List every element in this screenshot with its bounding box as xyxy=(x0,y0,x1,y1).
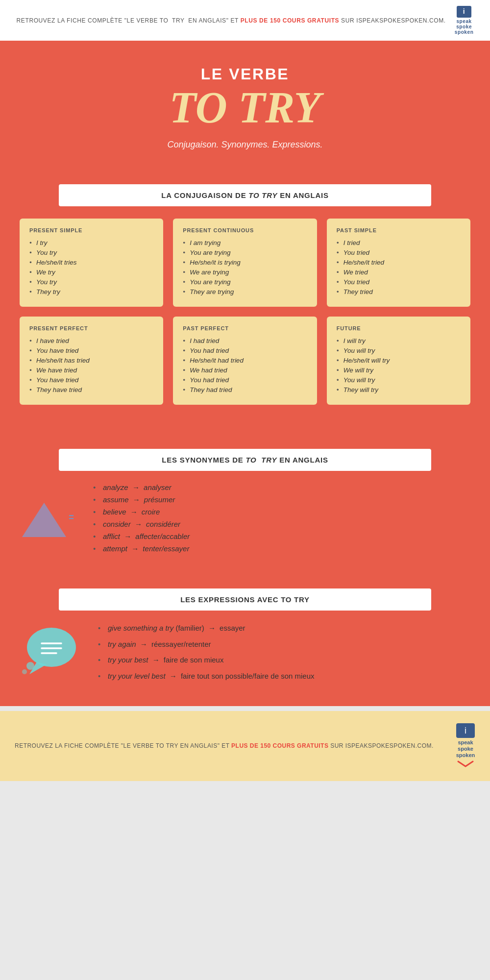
synonyms-section: LES SYNONYMES DE TO TRY EN ANGLAIS = ana… xyxy=(0,434,490,576)
list-item: You had tried xyxy=(183,347,307,354)
hero-le-verbe: LE VERBE xyxy=(20,65,470,83)
present-perfect-list: I have tried You have tried He/she/it ha… xyxy=(29,337,153,393)
svg-point-9 xyxy=(22,669,27,674)
tense-present-simple: PRESENT SIMPLE xyxy=(29,227,153,233)
list-item: He/she/it tried xyxy=(337,259,461,266)
bottom-banner-text: RETROUVEZ LA FICHE COMPLÈTE "LE VERBE TO… xyxy=(15,741,446,751)
tense-future: FUTURE xyxy=(337,325,461,331)
list-item: You tried xyxy=(337,249,461,256)
logo-bottom-text: speakspokespoken xyxy=(456,739,475,759)
top-banner-highlight: PLUS DE 150 COURS GRATUITS xyxy=(241,17,339,24)
list-item: We try xyxy=(29,269,153,276)
list-item: They try xyxy=(29,288,153,295)
list-item: You are trying xyxy=(183,249,307,256)
svg-point-8 xyxy=(26,662,34,670)
logo-icon-top: i xyxy=(457,6,471,18)
past-perfect-list: I had tried You had tried He/she/it had … xyxy=(183,337,307,393)
conjugation-section: LA CONJUGAISON DE TO TRY EN ANGLAIS PRES… xyxy=(0,170,490,424)
top-banner: RETROUVEZ LA FICHE COMPLÈTE "LE VERBE TO… xyxy=(0,0,490,41)
expressions-header: LES EXPRESSIONS AVEC TO TRY xyxy=(59,588,431,611)
synonym-item: consider → considérer xyxy=(93,520,190,528)
list-item: We tried xyxy=(337,269,461,276)
synonym-item: analyze → analyser xyxy=(93,483,190,491)
logo-chevron xyxy=(456,759,475,769)
expression-item: try your level best → faire tout son pos… xyxy=(98,671,470,682)
list-item: He/she/it will try xyxy=(337,357,461,364)
conj-box-present-perfect: PRESENT PERFECT I have tried You have tr… xyxy=(20,317,163,405)
logo-bottom-icon: i xyxy=(456,723,475,738)
present-continuous-list: I am trying You are trying He/she/it is … xyxy=(183,239,307,295)
hero-to-try: TO TRY xyxy=(20,86,470,130)
synonym-item: believe → croire xyxy=(93,508,190,516)
conj-box-present-continuous: PRESENT CONTINUOUS I am trying You are t… xyxy=(173,219,317,307)
expressions-content: give something a try (familier) → essaye… xyxy=(20,623,470,686)
list-item: You tried xyxy=(337,278,461,286)
list-item: He/she/it had tried xyxy=(183,357,307,364)
conj-box-present-simple: PRESENT SIMPLE I try You try He/she/it t… xyxy=(20,219,163,307)
conj-box-past-perfect: PAST PERFECT I had tried You had tried H… xyxy=(173,317,317,405)
list-item: He/she/it is trying xyxy=(183,259,307,266)
list-item: You will try xyxy=(337,376,461,384)
list-item: I tried xyxy=(337,239,461,246)
list-item: I had tried xyxy=(183,337,307,344)
future-list: I will try You will try He/she/it will t… xyxy=(337,337,461,393)
tense-present-continuous: PRESENT CONTINUOUS xyxy=(183,227,307,233)
tense-past-perfect: PAST PERFECT xyxy=(183,325,307,331)
hero-subtitle: Conjugaison. Synonymes. Expressions. xyxy=(20,140,470,150)
list-item: You have tried xyxy=(29,376,153,384)
synonym-item: assume → présumer xyxy=(93,495,190,504)
spacer1 xyxy=(0,424,490,434)
speech-bubble-icon xyxy=(20,623,78,677)
list-item: You try xyxy=(29,278,153,286)
svg-text:=: = xyxy=(69,511,74,523)
list-item: You try xyxy=(29,249,153,256)
bottom-banner: RETROUVEZ LA FICHE COMPLÈTE "LE VERBE TO… xyxy=(0,711,490,781)
synonym-item: afflict → affecter/accabler xyxy=(93,532,190,540)
list-item: We have tried xyxy=(29,367,153,374)
synonyms-header: LES SYNONYMES DE TO TRY EN ANGLAIS xyxy=(59,449,431,471)
list-item: I try xyxy=(29,239,153,246)
list-item: You had tried xyxy=(183,376,307,384)
tense-present-perfect: PRESENT PERFECT xyxy=(29,325,153,331)
list-item: He/she/it has tried xyxy=(29,357,153,364)
synonym-item: attempt → tenter/essayer xyxy=(93,544,190,553)
list-item: You have tried xyxy=(29,347,153,354)
conjugation-header: LA CONJUGAISON DE TO TRY EN ANGLAIS xyxy=(59,184,431,206)
list-item: They tried xyxy=(337,288,461,295)
synonyms-icon: = xyxy=(20,500,74,539)
list-item: They will try xyxy=(337,386,461,393)
list-item: You are trying xyxy=(183,278,307,286)
triangles-icon: = xyxy=(20,500,74,539)
list-item: We are trying xyxy=(183,269,307,276)
expression-item: give something a try (familier) → essaye… xyxy=(98,623,470,634)
logo-top: i speak spoke spoken xyxy=(455,6,474,35)
list-item: He/she/it tries xyxy=(29,259,153,266)
list-item: You will try xyxy=(337,347,461,354)
spacer2 xyxy=(0,576,490,584)
top-banner-text: RETROUVEZ LA FICHE COMPLÈTE "LE VERBE TO… xyxy=(17,17,446,24)
synonyms-list: analyze → analyser assume → présumer bel… xyxy=(93,483,190,557)
tense-past-simple: PAST SIMPLE xyxy=(337,227,461,233)
list-item: They are trying xyxy=(183,288,307,295)
conjugation-grid: PRESENT SIMPLE I try You try He/she/it t… xyxy=(20,219,470,405)
expressions-list: give something a try (familier) → essaye… xyxy=(98,623,470,686)
expression-item: try again → réessayer/retenter xyxy=(98,639,470,650)
svg-marker-0 xyxy=(22,503,66,537)
hero-section: LE VERBE TO TRY Conjugaison. Synonymes. … xyxy=(0,41,490,170)
expressions-section: LES EXPRESSIONS AVEC TO TRY give somethi… xyxy=(0,584,490,706)
logo-bottom: i speakspokespoken xyxy=(456,723,475,769)
past-simple-list: I tried You tried He/she/it tried We tri… xyxy=(337,239,461,295)
conj-box-past-simple: PAST SIMPLE I tried You tried He/she/it … xyxy=(327,219,470,307)
list-item: I am trying xyxy=(183,239,307,246)
present-simple-list: I try You try He/she/it tries We try You… xyxy=(29,239,153,295)
list-item: I will try xyxy=(337,337,461,344)
list-item: They had tried xyxy=(183,386,307,393)
list-item: I have tried xyxy=(29,337,153,344)
list-item: We will try xyxy=(337,367,461,374)
bottom-banner-highlight: PLUS DE 150 COURS GRATUITS xyxy=(231,742,328,749)
list-item: We had tried xyxy=(183,367,307,374)
expression-item: try your best → faire de son mieux xyxy=(98,655,470,666)
conj-box-future: FUTURE I will try You will try He/she/it… xyxy=(327,317,470,405)
list-item: They have tried xyxy=(29,386,153,393)
synonyms-content: = analyze → analyser assume → présumer b… xyxy=(20,483,470,557)
